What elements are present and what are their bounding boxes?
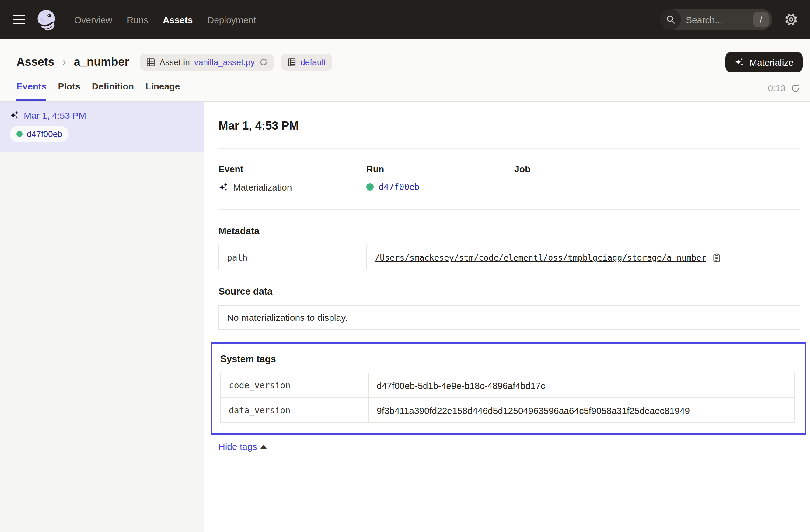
refresh-timer: 0:13 (768, 83, 800, 101)
copy-icon[interactable] (712, 253, 721, 262)
menu-icon[interactable] (13, 15, 25, 25)
search-input[interactable] (681, 14, 754, 25)
event-summary: Event Materialization Run d47f0 (218, 164, 800, 192)
run-status-dot (16, 131, 22, 137)
metadata-key: path (227, 253, 247, 262)
breadcrumb-chevron-icon: › (62, 56, 67, 68)
dagster-app: Overview Runs Assets Deployment / Assets… (0, 0, 810, 532)
event-detail-panel: Mar 1, 4:53 PM Event Materialization (205, 102, 810, 532)
primary-nav: Overview Runs Assets Deployment (69, 10, 262, 30)
content-area: Mar 1, 4:53 PM d47f00eb Mar 1, 4:53 PM E… (0, 102, 810, 532)
job-value: — (514, 182, 523, 192)
grid-icon (146, 58, 155, 67)
reload-definition-icon[interactable] (259, 58, 268, 66)
run-id-link[interactable]: d47f00eb (378, 182, 420, 192)
nav-item-deployment[interactable]: Deployment (202, 10, 262, 30)
job-column-label: Job (514, 164, 800, 174)
system-tags-section-highlighted: System tags code_version d47f00eb-5d1b-4… (211, 342, 806, 435)
search-shortcut-key: / (754, 12, 768, 27)
metadata-path-link[interactable]: /Users/smackesey/stm/code/elementl/oss/t… (375, 253, 706, 262)
event-timestamp: Mar 1, 4:53 PM (24, 110, 86, 120)
repo-icon (287, 58, 296, 67)
summary-run-col: Run d47f00eb (366, 164, 514, 192)
metadata-table: path /Users/smackesey/stm/code/elementl/… (218, 245, 800, 270)
event-detail-title: Mar 1, 4:53 PM (218, 119, 800, 133)
tab-bar: Events Plots Definition Lineage 0:13 (0, 72, 810, 101)
nav-item-overview[interactable]: Overview (69, 10, 118, 30)
global-search[interactable]: / (660, 9, 772, 30)
hide-tags-link[interactable]: Hide tags (218, 441, 267, 452)
system-tags-table: code_version d47f00eb-5d1b-4e9e-b18c-489… (220, 372, 795, 423)
top-nav: Overview Runs Assets Deployment / (0, 0, 810, 39)
table-row: code_version d47f00eb-5d1b-4e9e-b18c-489… (221, 373, 794, 398)
materialize-button-label: Materialize (749, 57, 794, 67)
tab-events[interactable]: Events (16, 81, 46, 101)
metadata-heading: Metadata (218, 226, 800, 237)
event-column-label: Event (218, 164, 366, 174)
event-list-sidebar: Mar 1, 4:53 PM d47f00eb (0, 102, 205, 532)
summary-job-col: Job — (514, 164, 800, 192)
tag-key: data_version (229, 405, 290, 415)
tag-value: d47f00eb-5d1b-4e9e-b18c-4896af4bd17c (377, 380, 545, 390)
summary-event-col: Event Materialization (218, 164, 366, 192)
asset-badge-prefix: Asset in (159, 57, 190, 67)
search-icon (660, 9, 681, 30)
materialize-button[interactable]: Materialize (726, 52, 803, 72)
table-row: data_version 9f3b411a390fd22e158d446d5d1… (221, 398, 794, 422)
dagster-logo[interactable] (35, 8, 58, 31)
tag-key: code_version (229, 381, 290, 390)
run-id-chip[interactable]: d47f00eb (10, 126, 69, 142)
event-list-item-selected[interactable]: Mar 1, 4:53 PM d47f00eb (0, 102, 205, 152)
materialization-sparkle-icon (10, 111, 19, 120)
tab-definition[interactable]: Definition (92, 81, 134, 101)
system-tags-heading: System tags (220, 354, 795, 365)
tag-value: 9f3b411a390fd22e158d446d5d12504963596aa6… (377, 405, 690, 416)
materialization-sparkle-icon (218, 182, 228, 192)
gear-icon[interactable] (784, 13, 798, 26)
refresh-countdown: 0:13 (768, 83, 785, 93)
page-title: a_number (74, 55, 129, 69)
nav-item-assets[interactable]: Assets (157, 10, 198, 30)
breadcrumb: Assets › a_number Asset in vanilla_asset… (0, 39, 810, 72)
breadcrumb-assets-link[interactable]: Assets (16, 55, 54, 69)
caret-up-icon (261, 445, 267, 448)
source-data-heading: Source data (218, 286, 800, 297)
tab-plots[interactable]: Plots (58, 81, 80, 101)
asset-definition-badge: Asset in vanilla_asset.py (140, 53, 274, 70)
divider (218, 209, 800, 210)
run-column-label: Run (366, 164, 514, 174)
source-data-empty-message: No materializations to display. (218, 305, 800, 330)
repo-badge: default (281, 53, 332, 70)
tab-lineage[interactable]: Lineage (145, 81, 180, 101)
event-type-value: Materialization (233, 182, 292, 192)
refresh-icon[interactable] (791, 83, 800, 93)
run-id-label: d47f00eb (27, 129, 62, 139)
sparkle-icon (735, 57, 745, 67)
table-row: path /Users/smackesey/stm/code/elementl/… (219, 245, 800, 270)
nav-item-runs[interactable]: Runs (122, 10, 154, 30)
page-header: Assets › a_number Asset in vanilla_asset… (0, 39, 810, 102)
asset-file-link[interactable]: vanilla_asset.py (194, 57, 255, 67)
repo-link[interactable]: default (300, 57, 326, 67)
metadata-row-action-cell (783, 245, 800, 270)
run-status-dot (366, 183, 374, 191)
hide-tags-label: Hide tags (218, 441, 257, 452)
divider (218, 148, 800, 149)
